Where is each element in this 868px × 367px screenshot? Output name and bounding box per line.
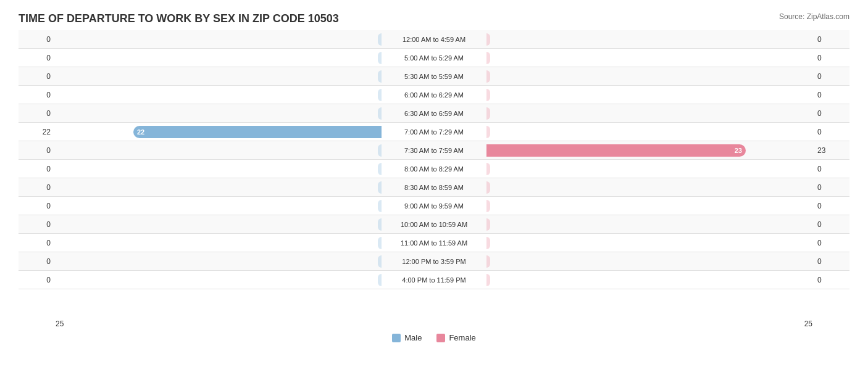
male-bar-wrap — [56, 218, 382, 231]
female-bar-wrap: 23 — [486, 144, 812, 157]
right-value: 0 — [812, 165, 849, 173]
left-value: 0 — [19, 257, 56, 266]
legend-female-label: Female — [449, 333, 475, 342]
bars-center: 10:00 AM to 10:59 AM — [56, 215, 812, 233]
time-label: 9:00 AM to 9:59 AM — [382, 202, 486, 210]
left-value: 0 — [19, 239, 56, 247]
female-bar-wrap — [486, 107, 812, 120]
left-value: 0 — [19, 202, 56, 210]
female-bar — [486, 200, 490, 212]
male-bar-wrap — [56, 200, 382, 212]
chart-row: 0 8:00 AM to 8:29 AM 0 — [19, 160, 849, 178]
legend-female: Female — [436, 333, 475, 342]
male-bar-wrap — [56, 181, 382, 194]
right-value: 0 — [812, 54, 849, 62]
chart-row: 0 6:00 AM to 6:29 AM 0 — [19, 86, 849, 104]
female-bar — [486, 33, 490, 46]
male-bar-wrap — [56, 70, 382, 83]
male-bar-wrap — [56, 255, 382, 268]
male-bar: 22 — [133, 126, 382, 138]
female-bar-wrap — [486, 181, 812, 194]
time-label: 4:00 PM to 11:59 PM — [382, 276, 486, 284]
female-bar-wrap — [486, 255, 812, 268]
time-label: 8:00 AM to 8:29 AM — [382, 165, 486, 173]
female-bar: 23 — [486, 144, 746, 157]
time-label: 5:30 AM to 5:59 AM — [382, 73, 486, 80]
left-value: 0 — [19, 146, 56, 155]
female-bar — [486, 126, 490, 138]
female-bar-wrap — [486, 237, 812, 249]
female-bar-wrap — [486, 33, 812, 46]
bottom-right-label: 25 — [804, 320, 812, 328]
bars-center: 6:30 AM to 6:59 AM — [56, 104, 812, 122]
male-bar — [378, 89, 382, 101]
right-value: 0 — [812, 35, 849, 44]
chart-container: TIME OF DEPARTURE TO WORK BY SEX IN ZIP … — [0, 0, 868, 367]
right-value: 0 — [812, 72, 849, 81]
female-bar-wrap — [486, 218, 812, 231]
bottom-left-label: 25 — [56, 320, 64, 328]
time-label: 12:00 AM to 4:59 AM — [382, 36, 486, 43]
chart-title: TIME OF DEPARTURE TO WORK BY SEX IN ZIP … — [19, 12, 849, 25]
right-value: 0 — [812, 183, 849, 192]
chart-row: 0 10:00 AM to 10:59 AM 0 — [19, 215, 849, 234]
time-label: 12:00 PM to 3:59 PM — [382, 258, 486, 265]
right-value: 0 — [812, 257, 849, 266]
male-bar — [378, 237, 382, 249]
female-bar-wrap — [486, 126, 812, 138]
chart-row: 22 22 7:00 AM to 7:29 AM 0 — [19, 123, 849, 141]
left-value: 0 — [19, 72, 56, 81]
male-bar — [378, 52, 382, 64]
male-bar — [378, 181, 382, 194]
bars-center: 5:00 AM to 5:29 AM — [56, 49, 812, 67]
chart-row: 0 11:00 AM to 11:59 AM 0 — [19, 234, 849, 252]
bars-center: 12:00 PM to 3:59 PM — [56, 252, 812, 270]
legend-male-label: Male — [404, 333, 422, 342]
left-value: 0 — [19, 91, 56, 99]
legend-female-box — [436, 334, 445, 342]
male-bar-wrap: 22 — [56, 126, 382, 138]
right-value: 0 — [812, 91, 849, 99]
male-bar — [378, 33, 382, 46]
bars-center: 12:00 AM to 4:59 AM — [56, 30, 812, 48]
female-bar-wrap — [486, 163, 812, 175]
bars-center: 7:30 AM to 7:59 AM 23 — [56, 141, 812, 159]
bars-center: 5:30 AM to 5:59 AM — [56, 67, 812, 85]
female-bar — [486, 237, 490, 249]
time-label: 6:30 AM to 6:59 AM — [382, 110, 486, 117]
time-label: 8:30 AM to 8:59 AM — [382, 184, 486, 191]
time-label: 7:30 AM to 7:59 AM — [382, 147, 486, 154]
chart-row: 0 5:30 AM to 5:59 AM 0 — [19, 67, 849, 86]
bars-center: 11:00 AM to 11:59 AM — [56, 234, 812, 252]
chart-row: 0 4:00 PM to 11:59 PM 0 — [19, 271, 849, 289]
left-value: 0 — [19, 54, 56, 62]
female-bar — [486, 255, 490, 268]
female-bar — [486, 107, 490, 120]
female-bar — [486, 274, 490, 286]
female-bar-wrap — [486, 89, 812, 101]
male-bar-wrap — [56, 52, 382, 64]
left-value: 0 — [19, 220, 56, 229]
right-value: 0 — [812, 202, 849, 210]
chart-row: 0 12:00 AM to 4:59 AM 0 — [19, 30, 849, 49]
left-value: 0 — [19, 35, 56, 44]
left-value: 0 — [19, 165, 56, 173]
male-bar — [378, 144, 382, 157]
male-bar-wrap — [56, 163, 382, 175]
bars-center: 9:00 AM to 9:59 AM — [56, 197, 812, 215]
male-bar-wrap — [56, 89, 382, 101]
bars-center: 8:30 AM to 8:59 AM — [56, 178, 812, 196]
time-label: 6:00 AM to 6:29 AM — [382, 91, 486, 99]
male-bar-wrap — [56, 144, 382, 157]
left-value: 0 — [19, 183, 56, 192]
male-bar-wrap — [56, 274, 382, 286]
female-bar — [486, 181, 490, 194]
left-value: 0 — [19, 109, 56, 118]
legend-male-box — [392, 334, 401, 342]
bars-center: 4:00 PM to 11:59 PM — [56, 271, 812, 289]
right-value: 0 — [812, 128, 849, 136]
chart-row: 0 5:00 AM to 5:29 AM 0 — [19, 49, 849, 67]
time-label: 5:00 AM to 5:29 AM — [382, 54, 486, 62]
legend-male: Male — [392, 333, 422, 342]
chart-row: 0 8:30 AM to 8:59 AM 0 — [19, 178, 849, 197]
